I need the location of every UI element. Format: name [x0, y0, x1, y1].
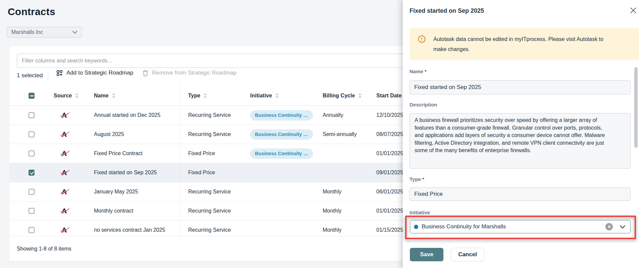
type-input[interactable]: Fixed Price — [410, 187, 631, 201]
required-asterisk: * — [425, 69, 427, 74]
sort-icon[interactable] — [275, 93, 279, 98]
row-billing-cycle: Monthly — [323, 208, 341, 214]
sort-icon[interactable] — [75, 93, 79, 98]
row-source-cell — [44, 125, 85, 144]
warning-icon — [418, 35, 426, 43]
autotask-logo-icon — [60, 208, 70, 214]
row-checkbox[interactable] — [29, 189, 35, 195]
row-type: Recurring Service — [188, 208, 231, 214]
initiative-badge: Business Continuity … — [250, 129, 313, 140]
autotask-logo-icon — [60, 150, 70, 157]
row-start-date: 08/07/2025 — [376, 131, 403, 137]
row-type: Recurring Service — [188, 131, 231, 137]
initiative-select-value: Business Continuity for Marshalls — [422, 223, 605, 230]
remove-from-roadmap-button[interactable]: Remove from Strategic Roadmap — [143, 70, 236, 76]
sort-icon[interactable] — [358, 93, 362, 98]
save-button[interactable]: Save — [410, 248, 443, 261]
autotask-logo-icon — [60, 189, 70, 195]
description-textarea[interactable]: A business firewall prioritizes security… — [410, 113, 631, 169]
remove-from-roadmap-label: Remove from Strategic Roadmap — [152, 70, 236, 76]
add-to-roadmap-label: Add to Strategic Roadmap — [66, 70, 133, 76]
dashboard-plus-icon — [57, 70, 62, 76]
contract-detail-drawer: Fixed started on Sep 2025 Autotask data … — [403, 0, 644, 268]
column-header-billing-cycle[interactable]: Billing Cycle — [313, 86, 367, 105]
row-source-cell — [44, 221, 85, 236]
cancel-button[interactable]: Cancel — [451, 248, 484, 261]
company-select[interactable]: Marshalls Inc — [7, 27, 82, 38]
row-billing-cycle: Monthly — [323, 227, 341, 233]
sort-icon[interactable] — [203, 93, 207, 98]
row-checkbox[interactable] — [29, 227, 35, 233]
initiative-field-label: Initiative — [410, 210, 430, 215]
row-checkbox[interactable] — [29, 170, 35, 176]
chevron-down-icon[interactable] — [620, 225, 626, 229]
table-footer: Showing 1-8 of 8 items — [17, 246, 71, 252]
name-field-label: Name* — [410, 69, 427, 74]
row-type: Fixed Price — [188, 170, 215, 176]
column-header-initiative[interactable]: Initiative — [241, 86, 313, 105]
description-field-label: Description — [410, 102, 437, 107]
toolbar-divider — [48, 71, 48, 80]
row-start-date: 09/01/2025 — [376, 170, 403, 176]
selected-count: 1 selected — [17, 72, 43, 79]
row-name: Monthly contract — [94, 208, 133, 214]
row-checkbox[interactable] — [29, 208, 35, 214]
row-start-date: 06/01/2025 — [376, 189, 403, 195]
row-source-cell — [44, 182, 85, 201]
autotask-logo-icon — [60, 227, 70, 233]
row-billing-cycle: Monthly — [323, 189, 341, 195]
select-all-checkbox[interactable] — [29, 93, 35, 99]
name-input[interactable]: Fixed started on Sep 2025 — [410, 80, 631, 94]
initiative-select[interactable]: Business Continuity for Marshalls — [410, 220, 631, 233]
row-start-date: 01/01/2025 — [376, 150, 403, 157]
row-source-cell — [44, 106, 85, 125]
row-start-date: 12/10/2025 — [376, 112, 403, 118]
autotask-logo-icon — [60, 170, 70, 176]
initiative-color-dot — [414, 225, 418, 229]
row-checkbox[interactable] — [29, 150, 35, 157]
row-type: Recurring Service — [188, 227, 231, 233]
add-to-roadmap-button[interactable]: Add to Strategic Roadmap — [57, 70, 133, 76]
row-name: January May 2025 — [94, 189, 138, 195]
clear-icon[interactable] — [605, 223, 613, 230]
row-name: Fixed started on Sep 2025 — [94, 170, 157, 176]
trash-icon — [143, 70, 148, 76]
warning-text: Autotask data cannot be edited in myITpr… — [433, 34, 603, 60]
drawer-title: Fixed started on Sep 2025 — [410, 7, 484, 15]
initiative-badge: Business Continuity … — [250, 148, 313, 159]
row-billing-cycle: Annually — [323, 112, 343, 118]
row-name: Fixed Price Contract — [94, 150, 143, 157]
sort-icon[interactable] — [112, 93, 116, 98]
row-name: August 2025 — [94, 131, 124, 137]
initiative-badge: Business Continuity … — [250, 110, 313, 121]
type-field-label: Type* — [410, 176, 424, 182]
row-type: Fixed Price — [188, 150, 215, 157]
row-type: Recurring Service — [188, 112, 231, 118]
row-checkbox[interactable] — [29, 112, 35, 118]
close-icon[interactable] — [630, 7, 637, 14]
autotask-logo-icon — [60, 131, 70, 137]
row-name: Annual started on Dec 2025 — [94, 112, 160, 118]
column-header-source[interactable]: Source — [44, 86, 85, 105]
row-name: no services contract Jan 2025 — [94, 227, 165, 233]
row-checkbox[interactable] — [29, 131, 35, 137]
row-source-cell — [44, 144, 85, 163]
drawer-scrollbar-thumb[interactable] — [634, 67, 638, 148]
row-start-date: 01/15/2025 — [376, 227, 403, 233]
column-header-type[interactable]: Type — [180, 86, 241, 105]
warning-banner: Autotask data cannot be edited in myITpr… — [410, 28, 639, 60]
chevron-down-icon — [72, 31, 77, 34]
column-header-name[interactable]: Name — [85, 86, 180, 105]
row-source-cell — [44, 163, 85, 182]
autotask-logo-icon — [60, 112, 70, 118]
row-source-cell — [44, 202, 85, 220]
row-billing-cycle: Semi-annually — [323, 131, 357, 137]
company-select-value: Marshalls Inc — [7, 29, 72, 35]
required-asterisk: * — [422, 176, 424, 182]
page-title: Contracts — [8, 6, 55, 17]
row-start-date: 01/01/2025 — [376, 208, 403, 214]
row-type: Recurring Service — [188, 189, 231, 195]
